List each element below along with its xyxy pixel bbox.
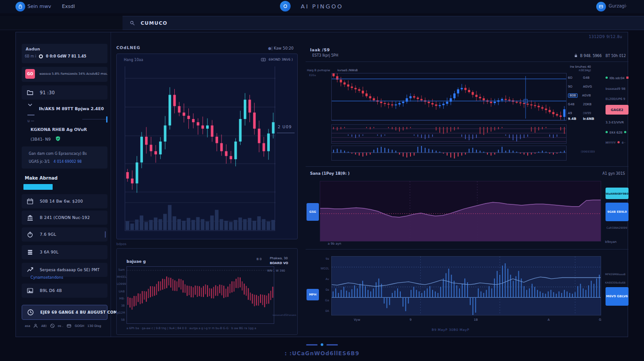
user-label[interactable]: Gurzagi· [609, 4, 627, 8]
main-candlestick-chart[interactable] [125, 66, 275, 231]
y-axis-label: 0a [319, 288, 329, 292]
y-axis-label: MB- [117, 297, 125, 300]
sidebar-item-folder[interactable]: 91 :30 [22, 85, 107, 100]
footer-token-2[interactable]: AB) [41, 324, 46, 328]
folder-item-label: 91 :30 [40, 90, 55, 95]
panelA-axis-label-2: E20a [309, 73, 316, 77]
panelA-sub-right-1: B 948. 5966 [574, 54, 602, 58]
pager-dot-active[interactable] [321, 343, 323, 346]
panelC-left-chip[interactable]: MPH [307, 289, 319, 300]
stat-row-5: 3.3-E3/VIVR [606, 121, 644, 124]
dense-candlestick-chart[interactable] [331, 73, 567, 121]
sidebar-info-card[interactable]: Gan dam com G Eprasrscacy) Bs UGAS jc-3/… [22, 146, 107, 169]
card-icon[interactable] [66, 323, 72, 328]
pager-bar[interactable] [326, 344, 338, 346]
y-axis-label: 3B [117, 304, 125, 307]
panelC-blue-button[interactable]: M6V9 GBLV6 [606, 287, 629, 306]
pager-bar[interactable] [306, 344, 318, 346]
sidebar-go-card[interactable]: GO wassva 5.8% Famsizests 34% AcsdvB2 ms… [22, 67, 107, 82]
panel1-right-label[interactable]: ●| Kaw 50:20 [268, 46, 294, 50]
divider [306, 249, 629, 250]
calendar-icon [27, 198, 34, 205]
sidebar-item-image[interactable]: B9L D6 4B [22, 284, 107, 298]
dropdown-dash [27, 115, 34, 115]
top-header: Sein mwv Exsdl AI PINGOO Gurzagi· [0, 0, 644, 13]
chart-inner-label: Hang 10aa [124, 58, 143, 62]
panelB-cyan-button[interactable]: WaAWB6BY9B0 [606, 188, 629, 199]
bank-icon [27, 214, 34, 221]
go-badge: GO [25, 69, 35, 79]
sidebar-item-1[interactable]: B 241 (CONON Nuc-192 [22, 211, 107, 225]
blocked-icon[interactable] [50, 323, 55, 328]
power-icon [27, 231, 34, 238]
dashboard-container: 1312D9 9/12.8u Aadun 6B m i 0 0:0 GdW 7 … [15, 32, 628, 337]
y-axis-label: 5am [117, 268, 125, 272]
app-logo-icon[interactable] [15, 2, 25, 12]
x-axis-label: G [599, 318, 601, 322]
panelB-small-text: CaRS9BA29099 [606, 226, 627, 229]
panel2-right-1: Phakwa, 30 [270, 257, 296, 260]
info-line-2-link[interactable]: 4 014 69002 98 [54, 160, 82, 164]
sidebar-item-2[interactable]: 7.6 9GL [22, 227, 107, 242]
panelC-right-text-2: KA69309a9a6B [605, 281, 625, 284]
panelB-left-chip[interactable]: GSG [307, 203, 319, 221]
scrollbar-thumb[interactable] [105, 231, 106, 238]
sidebar-item-3[interactable]: 3 6A 90L [22, 245, 107, 259]
red-dot-icon [617, 141, 620, 143]
x-axis-label: 9 [410, 318, 411, 322]
stat-row-3: EL200/UP6 9 [606, 97, 644, 101]
oscillator-bars-panel[interactable] [331, 146, 567, 161]
green-dot-icon [606, 131, 608, 133]
sidebar-stats-card[interactable]: Aadun 6B m i 0 0:0 GdW 7 81 1.45 [22, 44, 107, 63]
price-scale-row-last: 9.4BIr.6NB [568, 117, 614, 121]
panelC-caption: B9 MayP 30B0 MayP [432, 328, 469, 332]
chart-inner-right[interactable]: 69OND 3NV6 ) [261, 58, 293, 61]
sidebar-item-label: B9L D6 4B [40, 288, 62, 293]
footer-token-4[interactable]: GOGH [75, 324, 84, 328]
purple-area-chart[interactable] [320, 181, 601, 242]
sidebar-item-label: 7.6 9GL [40, 232, 56, 237]
brand-title: AI PINGOO [301, 3, 343, 10]
panel2-dim-label: bdpos [116, 242, 126, 246]
image-icon [27, 287, 34, 294]
sidebar-link[interactable]: Cynamsetandons [31, 275, 63, 280]
person-icon[interactable] [33, 323, 38, 328]
sidebar: Aadun 6B m i 0 0:0 GdW 7 81 1.45 GO wass… [16, 32, 111, 337]
y-axis-label: MHEEL [117, 275, 125, 279]
panelA-dim-bottom: (99693B9 [581, 150, 595, 154]
sell-button[interactable]: GAGE2 [606, 105, 629, 115]
panel2-right-bottom: vasasandStrasassa [272, 313, 296, 316]
panel2-title: bajuae g [126, 259, 146, 264]
slider-handle[interactable] [106, 116, 107, 123]
footer-token-3[interactable]: os . [58, 324, 63, 328]
stats-prefix: 6B m i [25, 54, 36, 58]
dot-bar-icon: ●| [268, 46, 272, 50]
sidebar-stats-row: 6B m i 0 0:0 GdW 7 81 1.45 [25, 54, 86, 58]
blue-histogram-chart[interactable] [331, 256, 601, 315]
green-dot-icon [606, 77, 608, 79]
price-tick-line [277, 133, 295, 133]
dropdown-label[interactable]: Ih/AKS M 89TT Bpjwa 2.4E0 [39, 106, 104, 111]
chevron-down-icon[interactable] [27, 103, 33, 108]
macd-strokes-panel[interactable] [331, 124, 567, 144]
stat-row-2: bsaasad9 9B [606, 87, 644, 91]
y-axis-label: 9a [319, 257, 329, 261]
nav-item-2[interactable]: Exsdl [62, 4, 75, 9]
camera-icon [261, 58, 266, 61]
nav-item-1[interactable]: Sein mwv [27, 4, 51, 9]
search-input[interactable]: CUMUCO [123, 16, 644, 30]
footer-token-5[interactable]: 130 Disg [88, 324, 101, 328]
sidebar-item-0[interactable]: S0B 14 Bw 6w. $200 [22, 194, 107, 208]
user-account-icon[interactable] [596, 2, 606, 12]
y-axis-label: gG2M [117, 311, 125, 315]
footer-token-1[interactable]: asa [25, 324, 30, 328]
sidebar-section-label: Aadun [26, 47, 40, 51]
panelA-note: Irw bnuhws 40 n3E3Ag) [547, 65, 591, 72]
panelB-blue-button[interactable]: 9G4B EB9L9 [606, 203, 629, 221]
red-oscillator-chart[interactable] [126, 266, 274, 324]
panel2-right-2: BOARD VO [270, 261, 288, 265]
progress-bar[interactable] [23, 184, 53, 190]
slider-track[interactable] [82, 119, 107, 119]
sidebar-item-highlighted[interactable]: EJE9 69 GANGE 4 BU AUGUST COM [22, 305, 107, 320]
panelB-bottom-left: a 9b ayn [328, 242, 341, 246]
